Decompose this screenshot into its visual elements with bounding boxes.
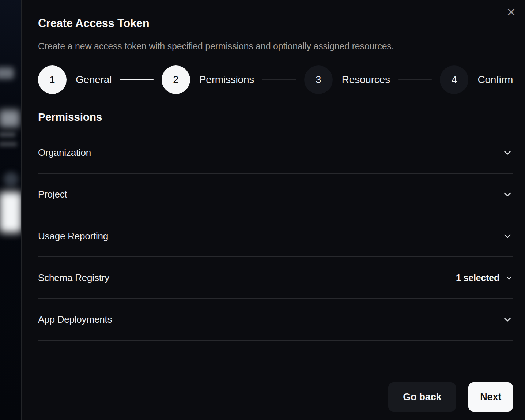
permission-group-label: Schema Registry [38,272,109,284]
blurred-text-line [0,142,17,146]
chevron-down-icon [502,189,513,200]
accordion-controls [502,189,513,200]
accordion-controls: 1 selected [456,273,513,283]
permission-group-app-deployments[interactable]: App Deployments [38,299,513,341]
go-back-button[interactable]: Go back [388,382,456,412]
modal-footer: Go back Next [388,382,513,412]
accordion-controls [502,147,513,158]
step-2-indicator: 2 [162,65,190,94]
step-permissions: 2 Permissions [162,65,254,94]
permission-group-usage-reporting[interactable]: Usage Reporting [38,215,513,257]
accordion-controls [502,230,513,241]
permissions-heading: Permissions [38,110,513,123]
step-general: 1 General [38,65,112,94]
chevron-down-icon [502,147,513,158]
permission-group-project[interactable]: Project [38,174,513,215]
permission-group-label: Organization [38,147,91,158]
step-3-label: Resources [342,74,390,86]
modal-title: Create Access Token [38,17,513,30]
next-button[interactable]: Next [468,382,513,412]
step-connector [398,79,432,80]
chevron-down-icon [505,274,513,282]
selected-count-badge: 1 selected [456,273,499,283]
create-access-token-modal: ✕ Create Access Token Create a new acces… [21,0,525,420]
stepper: 1 General 2 Permissions 3 Resources 4 Co… [38,65,513,94]
permission-group-schema-registry[interactable]: Schema Registry 1 selected [38,257,513,299]
step-connector [262,79,296,80]
step-resources: 3 Resources [304,65,390,94]
screen: ✕ Create Access Token Create a new acces… [0,0,525,420]
step-confirm: 4 Confirm [440,65,513,94]
permission-group-label: App Deployments [38,314,112,325]
blurred-content-block [0,110,20,127]
step-3-indicator: 3 [304,65,333,94]
close-button[interactable]: ✕ [504,5,518,20]
blurred-card [0,192,21,233]
close-icon: ✕ [506,6,516,19]
step-1-indicator: 1 [38,65,67,94]
modal-subtitle: Create a new access token with specified… [38,41,513,52]
chevron-down-icon [502,314,513,325]
permission-groups: Organization Project Usage Reporting [38,132,513,341]
accordion-controls [502,314,513,325]
background-app-strip [0,0,21,420]
chevron-down-icon [502,230,513,241]
permission-group-label: Project [38,189,67,200]
blurred-avatar [4,172,18,187]
blurred-text-line [0,132,15,137]
step-connector-done [120,79,154,80]
step-2-label: Permissions [199,74,254,86]
permission-group-organization[interactable]: Organization [38,132,513,174]
blurred-nav-item [0,67,14,79]
step-4-indicator: 4 [440,65,468,94]
permission-group-label: Usage Reporting [38,230,108,242]
step-4-label: Confirm [477,74,513,86]
step-1-label: General [76,74,112,86]
